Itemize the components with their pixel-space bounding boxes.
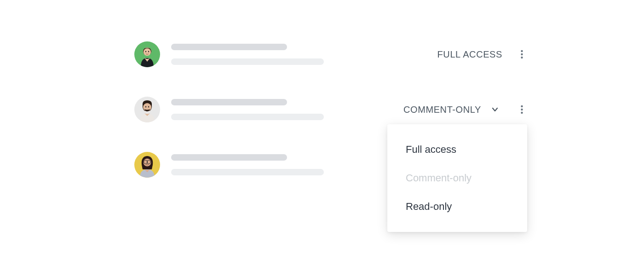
permission-dropdown-menu: Full access Comment-only Read-only: [387, 124, 527, 232]
user-text-placeholder: [171, 99, 324, 120]
svg-point-1: [144, 48, 151, 56]
user-text-placeholder: [171, 154, 324, 175]
placeholder-line: [171, 99, 287, 105]
avatar: [134, 97, 160, 122]
user-row: COMMENT-ONLY: [134, 96, 526, 123]
permission-dropdown-toggle[interactable]: COMMENT-ONLY: [403, 104, 481, 115]
dropdown-option-read-only[interactable]: Read-only: [387, 192, 527, 221]
dropdown-option-comment-only[interactable]: Comment-only: [387, 164, 527, 192]
chevron-down-icon[interactable]: [490, 105, 500, 114]
svg-point-3: [148, 51, 149, 52]
placeholder-line: [171, 58, 324, 65]
svg-point-8: [145, 106, 146, 108]
more-vertical-icon[interactable]: [517, 50, 526, 59]
permission-label[interactable]: FULL ACCESS: [437, 49, 502, 60]
svg-point-4: [521, 50, 523, 52]
user-text-placeholder: [171, 44, 324, 65]
svg-point-6: [521, 57, 523, 58]
placeholder-line: [171, 114, 324, 120]
dropdown-option-full-access[interactable]: Full access: [387, 135, 527, 164]
avatar: [134, 152, 160, 178]
svg-point-5: [521, 53, 523, 55]
more-vertical-icon[interactable]: [517, 105, 526, 114]
svg-point-10: [521, 105, 523, 107]
user-row: FULL ACCESS: [134, 41, 526, 68]
svg-point-12: [521, 112, 523, 114]
placeholder-line: [171, 44, 287, 50]
svg-point-2: [145, 51, 146, 52]
avatar: [134, 41, 160, 67]
svg-point-11: [521, 109, 523, 110]
svg-point-9: [148, 106, 149, 108]
placeholder-line: [171, 154, 287, 161]
placeholder-line: [171, 169, 324, 175]
